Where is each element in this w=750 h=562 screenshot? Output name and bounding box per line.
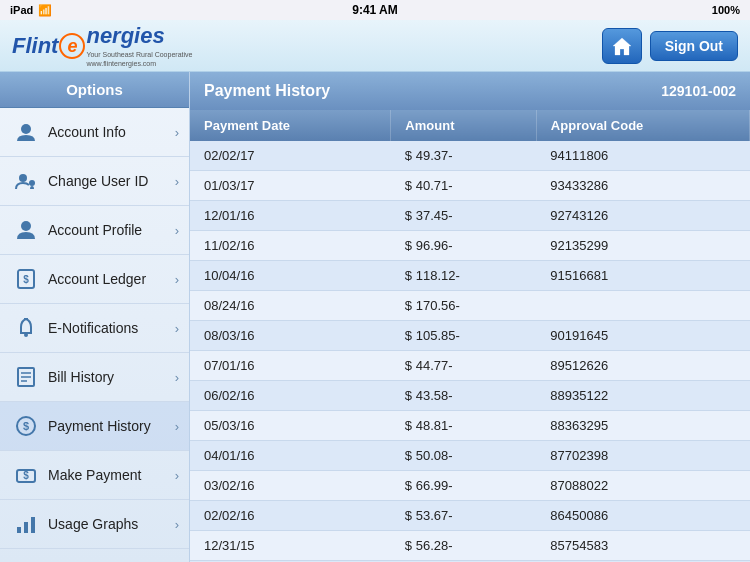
ipad-label: iPad (10, 4, 33, 16)
battery-label: 100% (712, 4, 740, 16)
table-row: 12/01/16$ 37.45-92743126 (190, 201, 750, 231)
payment-history-arrow: › (175, 419, 179, 434)
table-cell-date: 12/01/16 (190, 201, 391, 231)
table-cell-date: 12/31/15 (190, 531, 391, 561)
enotifications-icon (12, 314, 40, 342)
main-area: Options Account Info › Change User ID › … (0, 72, 750, 562)
svg-point-4 (21, 221, 31, 231)
svg-rect-19 (31, 517, 35, 533)
table-cell-date: 08/24/16 (190, 291, 391, 321)
table-cell-code: 88363295 (536, 411, 749, 441)
table-cell-amount: $ 105.85- (391, 321, 537, 351)
bill-history-arrow: › (175, 370, 179, 385)
sidebar-bill-history-label: Bill History (48, 369, 171, 385)
payment-table-body: 02/02/17$ 49.37-9411180601/03/17$ 40.71-… (190, 141, 750, 562)
content-header: Payment History 129101-002 (190, 72, 750, 110)
table-row: 07/01/16$ 44.77-89512626 (190, 351, 750, 381)
logo-flint: Flint (12, 33, 58, 59)
sidebar-item-usage-graphs[interactable]: Usage Graphs › (0, 500, 189, 549)
account-ledger-icon: $ (12, 265, 40, 293)
table-cell-date: 03/02/16 (190, 471, 391, 501)
sidebar-item-account-info[interactable]: Account Info › (0, 108, 189, 157)
sidebar-item-make-payment[interactable]: $ Make Payment › (0, 451, 189, 500)
make-payment-arrow: › (175, 468, 179, 483)
change-user-arrow: › (175, 174, 179, 189)
usage-graphs-icon (12, 510, 40, 538)
sidebar-item-change-user[interactable]: Change User ID › (0, 157, 189, 206)
sidebar-change-user-label: Change User ID (48, 173, 171, 189)
table-cell-amount: $ 53.67- (391, 501, 537, 531)
content-title: Payment History (204, 82, 330, 100)
sidebar-item-payment-history[interactable]: $ Payment History › (0, 402, 189, 451)
logo-e-circle: e (59, 33, 85, 59)
table-cell-date: 08/03/16 (190, 321, 391, 351)
svg-text:$: $ (23, 274, 29, 285)
status-bar: iPad 📶 9:41 AM 100% (0, 0, 750, 20)
table-cell-code: 87088022 (536, 471, 749, 501)
table-cell-code: 87702398 (536, 441, 749, 471)
status-time: 9:41 AM (352, 3, 398, 17)
wifi-icon: 📶 (38, 4, 52, 17)
sidebar-account-ledger-label: Account Ledger (48, 271, 171, 287)
svg-point-7 (24, 333, 28, 337)
sidebar-item-enotifications[interactable]: E-Notifications › (0, 304, 189, 353)
sidebar: Options Account Info › Change User ID › … (0, 72, 190, 562)
table-cell-date: 02/02/17 (190, 141, 391, 171)
table-row: 11/02/16$ 96.96-92135299 (190, 231, 750, 261)
table-cell-amount: $ 48.81- (391, 411, 537, 441)
table-cell-code: 86450086 (536, 501, 749, 531)
table-row: 10/04/16$ 118.12-91516681 (190, 261, 750, 291)
col-approval-code: Approval Code (536, 110, 749, 141)
sign-out-button[interactable]: Sign Out (650, 31, 738, 61)
col-payment-date: Payment Date (190, 110, 391, 141)
svg-rect-17 (17, 527, 21, 533)
sidebar-item-account-profile[interactable]: Account Profile › (0, 206, 189, 255)
home-icon (611, 36, 633, 56)
table-row: 12/31/15$ 56.28-85754583 (190, 531, 750, 561)
table-cell-code: 89512626 (536, 351, 749, 381)
app-header: Flint e nergies Your Southeast Rural Coo… (0, 20, 750, 72)
table-cell-date: 04/01/16 (190, 441, 391, 471)
sidebar-payment-history-label: Payment History (48, 418, 171, 434)
account-profile-icon (12, 216, 40, 244)
sidebar-usage-graphs-label: Usage Graphs (48, 516, 171, 532)
change-user-icon (12, 167, 40, 195)
status-left: iPad 📶 (10, 4, 52, 17)
header-actions: Sign Out (602, 28, 738, 64)
payment-history-icon: $ (12, 412, 40, 440)
table-cell-date: 07/01/16 (190, 351, 391, 381)
table-header-row: Payment Date Amount Approval Code (190, 110, 750, 141)
status-right: 100% (712, 4, 740, 16)
table-row: 05/03/16$ 48.81-88363295 (190, 411, 750, 441)
table-cell-date: 05/03/16 (190, 411, 391, 441)
sidebar-item-account-ledger[interactable]: $ Account Ledger › (0, 255, 189, 304)
table-row: 02/02/16$ 53.67-86450086 (190, 501, 750, 531)
account-info-arrow: › (175, 125, 179, 140)
account-profile-arrow: › (175, 223, 179, 238)
svg-marker-0 (613, 38, 631, 55)
table-cell-code: 92135299 (536, 231, 749, 261)
account-info-icon (12, 118, 40, 146)
sidebar-make-payment-label: Make Payment (48, 467, 171, 483)
table-cell-amount: $ 170.56- (391, 291, 537, 321)
bill-history-icon (12, 363, 40, 391)
sidebar-account-info-label: Account Info (48, 124, 171, 140)
sidebar-account-profile-label: Account Profile (48, 222, 171, 238)
table-cell-amount: $ 50.08- (391, 441, 537, 471)
logo: Flint e nergies Your Southeast Rural Coo… (12, 23, 192, 68)
sidebar-item-bill-history[interactable]: Bill History › (0, 353, 189, 402)
svg-rect-18 (24, 522, 28, 533)
usage-graphs-arrow: › (175, 517, 179, 532)
table-cell-code (536, 291, 749, 321)
table-row: 02/02/17$ 49.37-94111806 (190, 141, 750, 171)
svg-text:$: $ (23, 470, 29, 481)
sidebar-enotifications-label: E-Notifications (48, 320, 171, 336)
table-cell-code: 85754583 (536, 531, 749, 561)
table-cell-amount: $ 43.58- (391, 381, 537, 411)
svg-point-1 (21, 124, 31, 134)
table-cell-code: 88935122 (536, 381, 749, 411)
account-ledger-arrow: › (175, 272, 179, 287)
home-button[interactable] (602, 28, 642, 64)
table-cell-amount: $ 44.77- (391, 351, 537, 381)
make-payment-icon: $ (12, 461, 40, 489)
